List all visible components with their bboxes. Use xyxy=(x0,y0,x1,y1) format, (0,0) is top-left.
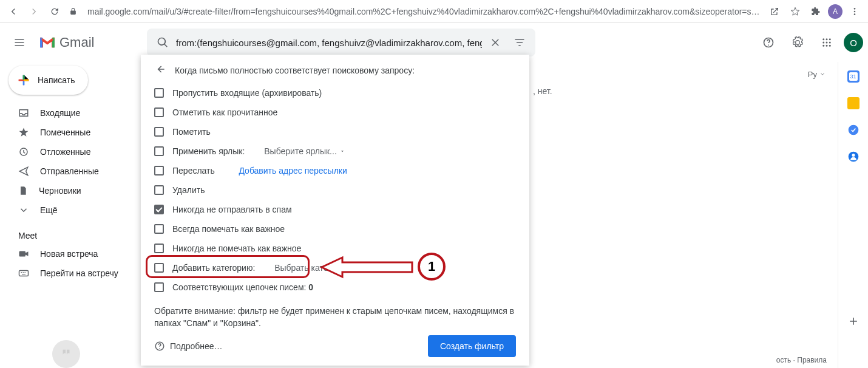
chrome-profile-avatar[interactable]: A xyxy=(828,4,843,19)
svg-point-10 xyxy=(822,42,824,44)
create-filter-popup: Когда письмо полностью соответствует пои… xyxy=(141,55,529,366)
annotation-number-1: 1 xyxy=(418,253,446,281)
sidebar: Написать Входящие Помеченные Отложенные … xyxy=(0,62,144,368)
search-options-button[interactable] xyxy=(507,36,532,49)
send-icon xyxy=(18,166,29,177)
search-input[interactable] xyxy=(175,37,483,49)
share-icon[interactable] xyxy=(766,3,783,20)
hangouts-button[interactable] xyxy=(52,340,80,368)
back-button[interactable] xyxy=(154,63,166,77)
svg-point-7 xyxy=(822,38,824,40)
svg-point-25 xyxy=(852,154,855,157)
checkbox[interactable] xyxy=(154,244,164,253)
support-button[interactable] xyxy=(756,30,781,55)
option-mark-read[interactable]: Отметить как прочитанное xyxy=(154,103,516,122)
back-button[interactable] xyxy=(5,3,22,20)
camera-icon xyxy=(18,249,29,259)
keyboard-icon xyxy=(18,269,29,278)
background-text: , нет. xyxy=(533,86,552,96)
svg-point-11 xyxy=(826,42,828,44)
option-never-spam[interactable]: Никогда не отправлять в спам xyxy=(154,200,516,219)
side-panel: 31 xyxy=(838,62,868,368)
checkbox[interactable] xyxy=(154,107,164,117)
contacts-icon[interactable] xyxy=(847,151,860,163)
label-select[interactable]: Выберите ярлык... xyxy=(264,146,345,156)
checkbox[interactable] xyxy=(154,166,164,175)
extensions-icon[interactable] xyxy=(807,3,824,20)
sidebar-item-more[interactable]: Ещё xyxy=(5,200,144,220)
svg-point-13 xyxy=(822,45,824,47)
option-always-important[interactable]: Всегда помечать как важное xyxy=(154,219,516,239)
gmail-logo[interactable]: Gmail xyxy=(39,35,142,50)
option-category[interactable]: Добавить категорию: Выбрать категорию... xyxy=(154,258,516,278)
clear-search-button[interactable] xyxy=(483,37,507,48)
svg-point-23 xyxy=(848,125,858,135)
svg-point-9 xyxy=(829,38,831,40)
option-delete[interactable]: Удалить xyxy=(154,180,516,200)
option-label[interactable]: Применить ярлык: Выберите ярлык... xyxy=(154,141,516,161)
browser-toolbar: mail.google.com/mail/u/3/#create-filter/… xyxy=(0,0,868,23)
star-icon xyxy=(18,127,29,138)
sidebar-item-inbox[interactable]: Входящие xyxy=(5,103,144,123)
compose-button[interactable]: Написать xyxy=(8,66,88,95)
lock-icon xyxy=(67,7,79,15)
svg-point-8 xyxy=(826,38,828,40)
keep-icon[interactable] xyxy=(847,97,860,109)
option-forward[interactable]: Переслать Добавить адрес пересылки xyxy=(154,161,516,180)
clock-icon xyxy=(18,146,29,157)
option-archive[interactable]: Пропустить входящие (архивировать) xyxy=(154,83,516,103)
add-forward-link[interactable]: Добавить адрес пересылки xyxy=(239,166,347,175)
file-icon xyxy=(18,185,28,196)
popup-title: Когда письмо полностью соответствует пои… xyxy=(175,66,415,75)
svg-rect-21 xyxy=(19,251,26,257)
sidebar-item-starred[interactable]: Помеченные xyxy=(5,123,144,142)
svg-point-27 xyxy=(159,348,160,349)
apps-button[interactable] xyxy=(815,30,839,55)
input-language-button[interactable]: Ру xyxy=(808,70,826,79)
svg-rect-22 xyxy=(19,271,29,276)
search-icon[interactable] xyxy=(151,36,175,49)
svg-point-14 xyxy=(826,45,828,47)
svg-point-0 xyxy=(854,8,856,10)
sidebar-item-join-meeting[interactable]: Перейти на встречу xyxy=(5,264,144,283)
tasks-icon[interactable] xyxy=(847,124,860,136)
checkbox[interactable] xyxy=(154,263,164,273)
checkbox[interactable] xyxy=(154,224,164,234)
checkbox[interactable] xyxy=(154,127,164,137)
get-addons-button[interactable] xyxy=(847,315,860,329)
checkbox[interactable] xyxy=(154,185,164,195)
settings-button[interactable] xyxy=(785,30,810,55)
inbox-icon xyxy=(18,107,29,118)
footer-links[interactable]: ость · Правила xyxy=(776,356,827,364)
option-apply-matching[interactable]: Соответствующих цепочек писем: 0 xyxy=(154,278,516,297)
account-avatar[interactable]: O xyxy=(844,33,863,52)
svg-point-15 xyxy=(829,45,831,47)
forward-button[interactable] xyxy=(25,3,42,20)
brand-text: Gmail xyxy=(59,35,94,50)
svg-point-1 xyxy=(854,10,856,12)
checkbox[interactable] xyxy=(154,88,164,98)
checkbox[interactable] xyxy=(154,146,164,156)
create-filter-button[interactable]: Создать фильтр xyxy=(428,335,516,357)
svg-point-2 xyxy=(854,13,856,15)
checkbox[interactable] xyxy=(154,282,164,292)
reload-button[interactable] xyxy=(46,3,63,20)
chrome-menu-icon[interactable] xyxy=(846,3,863,20)
sidebar-item-new-meeting[interactable]: Новая встреча xyxy=(5,244,144,264)
bookmark-icon[interactable] xyxy=(787,3,804,20)
main-menu-button[interactable] xyxy=(5,28,34,57)
svg-point-6 xyxy=(768,44,769,46)
sidebar-item-sent[interactable]: Отправленные xyxy=(5,162,144,181)
chevron-down-icon xyxy=(18,205,29,216)
compose-label: Написать xyxy=(38,75,75,85)
popup-note: Обратите внимание: фильтр не будет приме… xyxy=(154,305,516,329)
url-bar[interactable]: mail.google.com/mail/u/3/#create-filter/… xyxy=(83,7,762,16)
option-never-important[interactable]: Никогда не помечать как важное xyxy=(154,239,516,258)
category-select[interactable]: Выбрать категорию... xyxy=(274,263,367,273)
calendar-icon[interactable]: 31 xyxy=(847,70,860,83)
checkbox-checked[interactable] xyxy=(154,205,164,214)
sidebar-item-snoozed[interactable]: Отложенные xyxy=(5,142,144,162)
option-star[interactable]: Пометить xyxy=(154,122,516,141)
sidebar-item-drafts[interactable]: Черновики xyxy=(5,181,144,200)
learn-more-link[interactable]: Подробнее… xyxy=(154,341,223,352)
